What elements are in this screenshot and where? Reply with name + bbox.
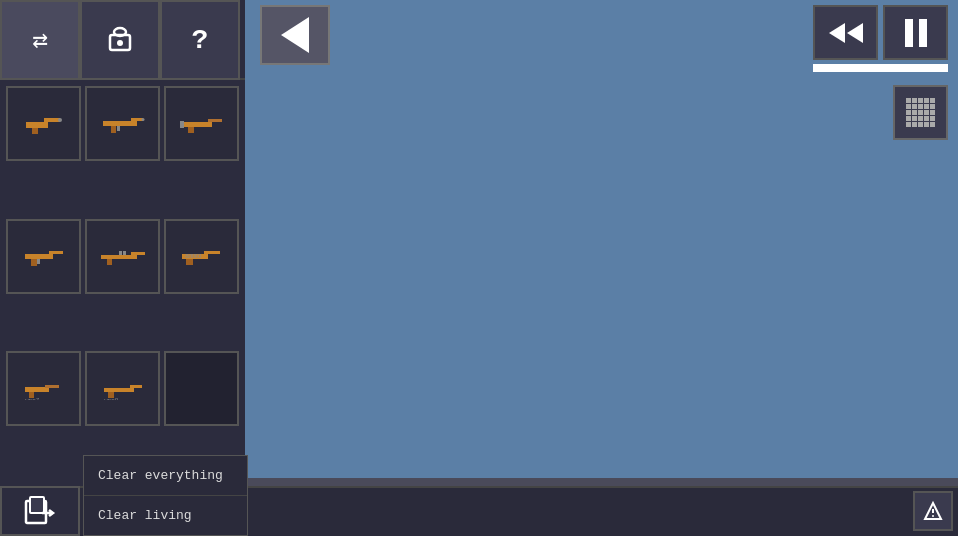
weapon-icon-4 xyxy=(23,245,65,267)
svg-point-0 xyxy=(114,28,126,36)
back-button[interactable] xyxy=(260,5,330,65)
svg-rect-21 xyxy=(131,252,145,255)
svg-rect-38 xyxy=(30,497,44,513)
export-icon xyxy=(22,493,58,529)
pause-button[interactable] xyxy=(883,5,948,60)
svg-rect-7 xyxy=(103,121,137,126)
hint-icon xyxy=(921,499,945,523)
grid-icon xyxy=(906,98,935,127)
svg-rect-3 xyxy=(26,122,48,128)
svg-rect-23 xyxy=(119,251,122,255)
svg-text:wpn8: wpn8 xyxy=(104,397,119,400)
bottom-hint-button[interactable] xyxy=(913,491,953,531)
svg-rect-5 xyxy=(32,128,38,134)
weapon-icon-3 xyxy=(180,113,224,135)
svg-rect-14 xyxy=(188,127,194,133)
back-arrow-icon xyxy=(281,17,309,53)
svg-point-11 xyxy=(141,118,144,121)
svg-rect-26 xyxy=(204,251,220,254)
svg-point-42 xyxy=(932,515,934,517)
top-right-controls xyxy=(813,5,948,72)
svg-rect-24 xyxy=(123,251,126,255)
weapon-icon-8: wpn8 xyxy=(102,378,144,400)
grid-cell-1[interactable] xyxy=(6,86,81,161)
rewind-button[interactable] xyxy=(813,5,878,60)
rewind-icon xyxy=(829,23,863,43)
svg-rect-34 xyxy=(130,385,142,388)
grid-cell-7[interactable]: wpn7 xyxy=(6,351,81,426)
grid-cell-6[interactable]: ammo xyxy=(164,219,239,294)
bag-button[interactable] xyxy=(80,0,160,80)
svg-rect-17 xyxy=(49,251,63,254)
grid-cell-2[interactable] xyxy=(85,86,160,161)
svg-rect-33 xyxy=(104,388,134,392)
svg-rect-8 xyxy=(131,118,143,121)
svg-text:ammo: ammo xyxy=(185,252,202,260)
bag-icon xyxy=(104,24,136,56)
svg-rect-31 xyxy=(29,392,34,398)
weapon-icon-7: wpn7 xyxy=(23,378,65,400)
weapon-icon-1 xyxy=(24,110,64,138)
svg-text:wpn7: wpn7 xyxy=(25,397,40,400)
svg-rect-30 xyxy=(45,385,59,388)
help-button[interactable]: ? xyxy=(160,0,240,80)
grid-cell-5[interactable] xyxy=(85,219,160,294)
swap-icon: ⇄ xyxy=(32,24,48,56)
svg-rect-4 xyxy=(44,118,60,122)
weapon-icon-2 xyxy=(101,113,145,135)
svg-marker-40 xyxy=(925,503,941,519)
grid-toggle-button[interactable] xyxy=(893,85,948,140)
ground xyxy=(245,478,958,486)
svg-rect-9 xyxy=(111,126,116,133)
svg-rect-27 xyxy=(186,259,193,265)
question-icon: ? xyxy=(192,25,209,56)
svg-rect-16 xyxy=(25,254,53,259)
grid-cell-4[interactable] xyxy=(6,219,81,294)
weapon-icon-5 xyxy=(101,245,145,267)
pause-icon xyxy=(905,19,927,47)
toolbar: ⇄ ? xyxy=(0,0,245,80)
export-button[interactable] xyxy=(0,486,80,536)
svg-rect-25 xyxy=(182,254,208,259)
svg-rect-15 xyxy=(180,121,184,128)
speed-bar xyxy=(813,64,948,72)
svg-rect-22 xyxy=(107,259,112,265)
item-grid: ammo wpn7 wpn8 xyxy=(0,80,245,486)
swap-button[interactable]: ⇄ xyxy=(0,0,80,80)
context-menu: Clear everything Clear living xyxy=(83,455,248,536)
svg-rect-29 xyxy=(25,387,49,392)
svg-rect-13 xyxy=(208,119,222,122)
grid-cell-9[interactable] xyxy=(164,351,239,426)
weapon-icon-6: ammo xyxy=(180,245,224,267)
svg-rect-37 xyxy=(26,501,46,523)
svg-rect-20 xyxy=(101,255,137,259)
svg-point-6 xyxy=(58,118,62,122)
svg-rect-1 xyxy=(110,35,130,50)
svg-point-2 xyxy=(117,40,123,46)
grid-cell-3[interactable] xyxy=(164,86,239,161)
grid-cell-8[interactable]: wpn8 xyxy=(85,351,160,426)
clear-everything-button[interactable]: Clear everything xyxy=(84,456,247,496)
svg-rect-19 xyxy=(37,259,40,264)
clear-living-button[interactable]: Clear living xyxy=(84,496,247,535)
sidebar: ⇄ ? xyxy=(0,0,245,486)
svg-rect-18 xyxy=(31,259,37,266)
svg-rect-12 xyxy=(182,122,212,127)
game-area xyxy=(245,0,958,486)
svg-rect-10 xyxy=(117,126,120,131)
svg-rect-35 xyxy=(108,392,114,398)
